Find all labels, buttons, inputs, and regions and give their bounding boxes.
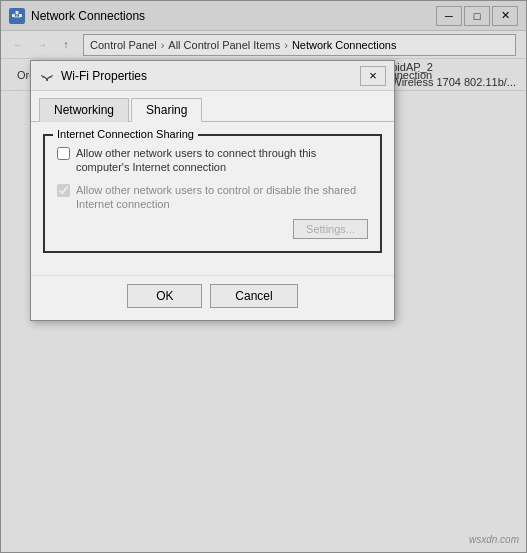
- allow-control-label: Allow other network users to control or …: [76, 183, 368, 212]
- dialog-tabs: Networking Sharing: [31, 91, 394, 122]
- cancel-button[interactable]: Cancel: [210, 284, 297, 308]
- dialog-close-button[interactable]: ×: [360, 66, 386, 86]
- internet-connection-sharing-group: Internet Connection Sharing Allow other …: [43, 134, 382, 253]
- tab-networking[interactable]: Networking: [39, 98, 129, 122]
- allow-sharing-checkbox[interactable]: [57, 147, 70, 160]
- dialog-titlebar: Wi-Fi Properties ×: [31, 61, 394, 91]
- dialog-content: Internet Connection Sharing Allow other …: [31, 122, 394, 275]
- settings-row: Settings...: [57, 219, 368, 239]
- allow-control-checkbox[interactable]: [57, 184, 70, 197]
- group-box-title: Internet Connection Sharing: [53, 128, 198, 140]
- allow-sharing-row: Allow other network users to connect thr…: [57, 146, 368, 175]
- tab-sharing[interactable]: Sharing: [131, 98, 202, 122]
- dialog-title: Wi-Fi Properties: [61, 69, 354, 83]
- allow-sharing-label: Allow other network users to connect thr…: [76, 146, 368, 175]
- wifi-properties-dialog: Wi-Fi Properties × Networking Sharing In…: [30, 60, 395, 321]
- watermark: wsxdn.com: [469, 534, 519, 545]
- ok-button[interactable]: OK: [127, 284, 202, 308]
- dialog-footer: OK Cancel: [31, 275, 394, 320]
- settings-button[interactable]: Settings...: [293, 219, 368, 239]
- allow-control-row: Allow other network users to control or …: [57, 183, 368, 212]
- svg-point-5: [46, 79, 48, 81]
- wifi-dialog-icon: [39, 68, 55, 84]
